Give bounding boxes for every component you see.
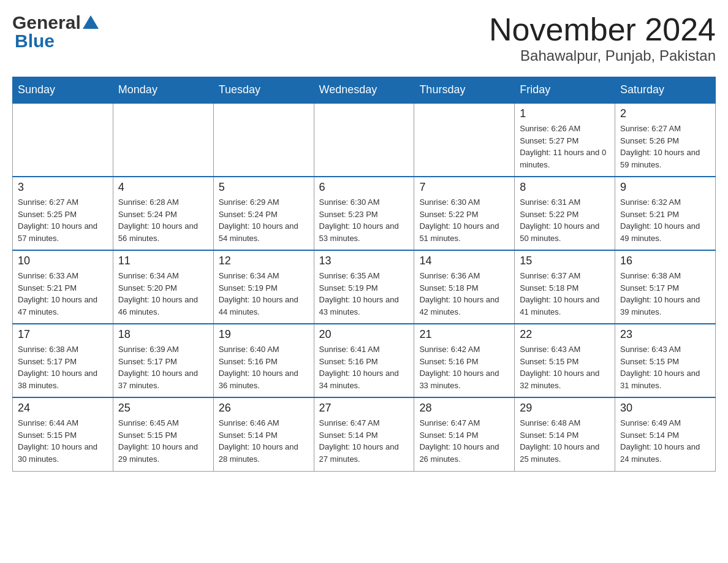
- calendar-cell: 15Sunrise: 6:37 AM Sunset: 5:18 PM Dayli…: [515, 250, 615, 324]
- calendar-cell: 4Sunrise: 6:28 AM Sunset: 5:24 PM Daylig…: [113, 177, 213, 250]
- day-info: Sunrise: 6:49 AM Sunset: 5:14 PM Dayligh…: [620, 417, 710, 465]
- day-number: 25: [118, 402, 208, 415]
- day-number: 15: [520, 255, 610, 267]
- calendar-cell: 5Sunrise: 6:29 AM Sunset: 5:24 PM Daylig…: [213, 177, 314, 250]
- day-info: Sunrise: 6:47 AM Sunset: 5:14 PM Dayligh…: [419, 417, 509, 465]
- calendar-cell: 23Sunrise: 6:43 AM Sunset: 5:15 PM Dayli…: [615, 324, 716, 397]
- day-info: Sunrise: 6:38 AM Sunset: 5:17 PM Dayligh…: [620, 270, 710, 318]
- calendar-cell: 8Sunrise: 6:31 AM Sunset: 5:22 PM Daylig…: [515, 177, 615, 250]
- day-info: Sunrise: 6:43 AM Sunset: 5:15 PM Dayligh…: [620, 343, 710, 391]
- calendar-cell: 25Sunrise: 6:45 AM Sunset: 5:15 PM Dayli…: [113, 397, 213, 471]
- day-info: Sunrise: 6:47 AM Sunset: 5:14 PM Dayligh…: [319, 417, 409, 465]
- calendar-cell: 12Sunrise: 6:34 AM Sunset: 5:19 PM Dayli…: [213, 250, 314, 324]
- day-of-week-header: Thursday: [414, 77, 515, 104]
- day-info: Sunrise: 6:36 AM Sunset: 5:18 PM Dayligh…: [419, 270, 509, 318]
- day-number: 24: [18, 402, 108, 415]
- day-info: Sunrise: 6:28 AM Sunset: 5:24 PM Dayligh…: [118, 196, 208, 244]
- day-number: 12: [219, 255, 309, 267]
- title-block: November 2024 Bahawalpur, Punjab, Pakist…: [489, 12, 716, 64]
- day-number: 23: [620, 328, 710, 341]
- day-number: 27: [319, 402, 409, 415]
- day-number: 29: [520, 402, 610, 415]
- day-info: Sunrise: 6:44 AM Sunset: 5:15 PM Dayligh…: [18, 417, 108, 465]
- day-number: 2: [620, 107, 710, 120]
- calendar-cell: 24Sunrise: 6:44 AM Sunset: 5:15 PM Dayli…: [13, 397, 113, 471]
- day-info: Sunrise: 6:34 AM Sunset: 5:19 PM Dayligh…: [219, 270, 309, 318]
- day-number: 7: [419, 181, 509, 194]
- calendar-cell: [113, 103, 213, 177]
- day-info: Sunrise: 6:31 AM Sunset: 5:22 PM Dayligh…: [520, 196, 610, 244]
- calendar-cell: 21Sunrise: 6:42 AM Sunset: 5:16 PM Dayli…: [414, 324, 515, 397]
- day-info: Sunrise: 6:29 AM Sunset: 5:24 PM Dayligh…: [219, 196, 309, 244]
- calendar-header: SundayMondayTuesdayWednesdayThursdayFrid…: [13, 77, 716, 104]
- calendar-cell: [414, 103, 515, 177]
- logo: General Blue: [12, 12, 99, 52]
- calendar-cell: 6Sunrise: 6:30 AM Sunset: 5:23 PM Daylig…: [314, 177, 414, 250]
- calendar-cell: 10Sunrise: 6:33 AM Sunset: 5:21 PM Dayli…: [13, 250, 113, 324]
- logo-general-text: General: [12, 12, 81, 33]
- day-info: Sunrise: 6:43 AM Sunset: 5:15 PM Dayligh…: [520, 343, 610, 391]
- day-info: Sunrise: 6:30 AM Sunset: 5:22 PM Dayligh…: [419, 196, 509, 244]
- calendar-cell: 29Sunrise: 6:48 AM Sunset: 5:14 PM Dayli…: [515, 397, 615, 471]
- day-info: Sunrise: 6:38 AM Sunset: 5:17 PM Dayligh…: [18, 343, 108, 391]
- day-of-week-header: Sunday: [13, 77, 113, 104]
- calendar-cell: [314, 103, 414, 177]
- day-info: Sunrise: 6:40 AM Sunset: 5:16 PM Dayligh…: [219, 343, 309, 391]
- day-info: Sunrise: 6:27 AM Sunset: 5:25 PM Dayligh…: [18, 196, 108, 244]
- day-of-week-header: Monday: [113, 77, 213, 104]
- calendar-cell: 20Sunrise: 6:41 AM Sunset: 5:16 PM Dayli…: [314, 324, 414, 397]
- day-number: 11: [118, 255, 208, 267]
- day-info: Sunrise: 6:39 AM Sunset: 5:17 PM Dayligh…: [118, 343, 208, 391]
- calendar-cell: 7Sunrise: 6:30 AM Sunset: 5:22 PM Daylig…: [414, 177, 515, 250]
- calendar-table: SundayMondayTuesdayWednesdayThursdayFrid…: [12, 77, 716, 472]
- day-of-week-header: Tuesday: [213, 77, 314, 104]
- calendar-cell: 13Sunrise: 6:35 AM Sunset: 5:19 PM Dayli…: [314, 250, 414, 324]
- day-info: Sunrise: 6:34 AM Sunset: 5:20 PM Dayligh…: [118, 270, 208, 318]
- day-number: 8: [520, 181, 610, 194]
- day-info: Sunrise: 6:37 AM Sunset: 5:18 PM Dayligh…: [520, 270, 610, 318]
- calendar-cell: 17Sunrise: 6:38 AM Sunset: 5:17 PM Dayli…: [13, 324, 113, 397]
- calendar-cell: 19Sunrise: 6:40 AM Sunset: 5:16 PM Dayli…: [213, 324, 314, 397]
- day-number: 21: [419, 328, 509, 341]
- day-info: Sunrise: 6:32 AM Sunset: 5:21 PM Dayligh…: [620, 196, 710, 244]
- day-number: 13: [319, 255, 409, 267]
- day-info: Sunrise: 6:48 AM Sunset: 5:14 PM Dayligh…: [520, 417, 610, 465]
- day-info: Sunrise: 6:46 AM Sunset: 5:14 PM Dayligh…: [219, 417, 309, 465]
- day-number: 1: [520, 107, 610, 120]
- calendar-cell: 26Sunrise: 6:46 AM Sunset: 5:14 PM Dayli…: [213, 397, 314, 471]
- day-number: 3: [18, 181, 108, 194]
- page-subtitle: Bahawalpur, Punjab, Pakistan: [489, 47, 716, 64]
- calendar-cell: 28Sunrise: 6:47 AM Sunset: 5:14 PM Dayli…: [414, 397, 515, 471]
- calendar-cell: 14Sunrise: 6:36 AM Sunset: 5:18 PM Dayli…: [414, 250, 515, 324]
- calendar-cell: 18Sunrise: 6:39 AM Sunset: 5:17 PM Dayli…: [113, 324, 213, 397]
- calendar-cell: 3Sunrise: 6:27 AM Sunset: 5:25 PM Daylig…: [13, 177, 113, 250]
- calendar-cell: 22Sunrise: 6:43 AM Sunset: 5:15 PM Dayli…: [515, 324, 615, 397]
- page-title: November 2024: [489, 12, 716, 47]
- day-number: 10: [18, 255, 108, 267]
- day-number: 30: [620, 402, 710, 415]
- day-number: 18: [118, 328, 208, 341]
- day-of-week-header: Wednesday: [314, 77, 414, 104]
- day-of-week-header: Friday: [515, 77, 615, 104]
- day-number: 26: [219, 402, 309, 415]
- day-info: Sunrise: 6:26 AM Sunset: 5:27 PM Dayligh…: [520, 123, 610, 170]
- day-number: 4: [118, 181, 208, 194]
- day-info: Sunrise: 6:42 AM Sunset: 5:16 PM Dayligh…: [419, 343, 509, 391]
- day-number: 6: [319, 181, 409, 194]
- day-info: Sunrise: 6:33 AM Sunset: 5:21 PM Dayligh…: [18, 270, 108, 318]
- calendar-cell: 2Sunrise: 6:27 AM Sunset: 5:26 PM Daylig…: [615, 103, 716, 177]
- logo-triangle-icon: [83, 15, 99, 29]
- page-header: General Blue November 2024 Bahawalpur, P…: [12, 12, 716, 64]
- day-of-week-header: Saturday: [615, 77, 716, 104]
- day-number: 20: [319, 328, 409, 341]
- day-info: Sunrise: 6:41 AM Sunset: 5:16 PM Dayligh…: [319, 343, 409, 391]
- day-number: 19: [219, 328, 309, 341]
- day-number: 16: [620, 255, 710, 267]
- calendar-cell: [213, 103, 314, 177]
- day-number: 28: [419, 402, 509, 415]
- day-number: 14: [419, 255, 509, 267]
- calendar-cell: 11Sunrise: 6:34 AM Sunset: 5:20 PM Dayli…: [113, 250, 213, 324]
- day-info: Sunrise: 6:45 AM Sunset: 5:15 PM Dayligh…: [118, 417, 208, 465]
- calendar-cell: [13, 103, 113, 177]
- day-info: Sunrise: 6:35 AM Sunset: 5:19 PM Dayligh…: [319, 270, 409, 318]
